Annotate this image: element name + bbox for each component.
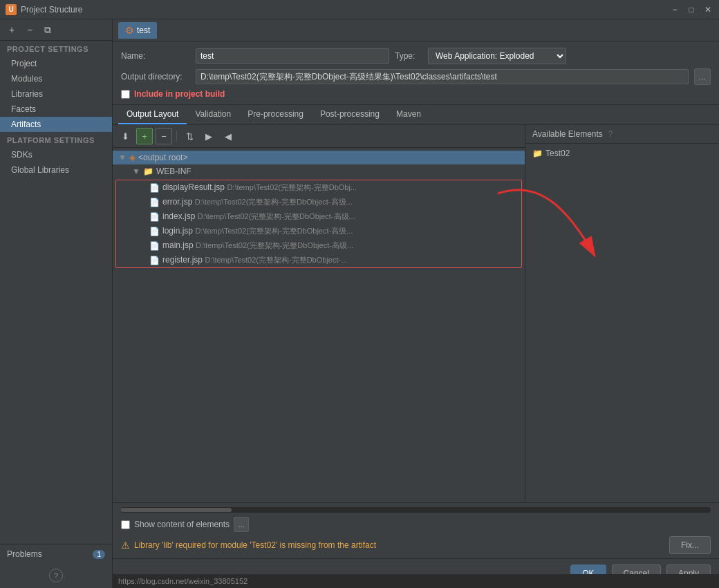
tab-output-layout[interactable]: Output Layout (118, 105, 187, 124)
title-bar-controls: − □ ✕ (669, 4, 713, 15)
fix-button[interactable]: Fix... (669, 536, 711, 554)
element-item-label: Test02 (545, 149, 570, 158)
type-select[interactable]: Web Application: Exploded (428, 48, 566, 64)
tree-item-register[interactable]: 📄 register.jsp D:\temp\Test02(完整架构-完整DbO… (116, 253, 521, 267)
tree-item-main[interactable]: 📄 main.jsp D:\temp\Test02(完整架构-完整DbObjec… (116, 238, 521, 253)
tabs-bar: Output Layout Validation Pre-processing … (113, 105, 719, 125)
artifact-header: ⚙ test (113, 19, 719, 42)
sidebar-remove-button[interactable]: − (22, 22, 37, 37)
include-row: Include in project build (121, 89, 711, 99)
scrollbar-area (121, 507, 711, 513)
show-content-more-button[interactable]: ... (234, 517, 249, 532)
include-checkbox[interactable] (121, 90, 130, 99)
sidebar-item-label: Modules (11, 74, 42, 84)
close-button[interactable]: ✕ (702, 4, 713, 15)
elements-header-label: Available Elements (532, 129, 603, 139)
output-tree[interactable]: ▼ ◈ <output root> ▼ 📁 WEB-INF (113, 148, 525, 502)
sidebar-copy-button[interactable]: ⧉ (40, 22, 55, 37)
sidebar-item-label: Libraries (11, 89, 43, 99)
tree-item-label: <output root> (138, 153, 519, 162)
tree-item-label: error.jsp D:\temp\Test02(完整架构-完整DbObject… (162, 197, 516, 207)
elements-help-icon[interactable]: ? (608, 129, 613, 139)
platform-settings-header: Platform Settings (0, 132, 112, 147)
sidebar-item-artifacts[interactable]: Artifacts (0, 117, 112, 132)
show-content-label: Show content of elements (134, 520, 230, 529)
config-area: Name: Type: Web Application: Exploded Ou… (113, 42, 719, 105)
file-icon: 📄 (149, 212, 160, 222)
help-button[interactable]: ? (49, 569, 63, 582)
warning-row: ⚠ Library 'lib' required for module 'Tes… (121, 540, 376, 551)
sidebar-item-libraries[interactable]: Libraries (0, 86, 112, 102)
warning-icon: ⚠ (121, 540, 130, 551)
tree-item-label: displayResult.jsp D:\temp\Test02(完整架构-完整… (162, 182, 516, 193)
artifact-tab[interactable]: ⚙ test (118, 22, 157, 39)
url-text: https://blog.csdn.net/weixin_33805152 (118, 577, 248, 585)
tree-item-displayresult[interactable]: 📄 displayResult.jsp D:\temp\Test02(完整架构-… (116, 180, 521, 195)
tab-maven[interactable]: Maven (388, 105, 429, 124)
minimize-button[interactable]: − (669, 4, 680, 15)
remove-button[interactable]: − (156, 128, 172, 144)
file-icon: 📄 (149, 183, 160, 193)
tab-validation[interactable]: Validation (187, 105, 239, 124)
sidebar-item-global-libraries[interactable]: Global Libraries (0, 162, 112, 178)
title-bar: U Project Structure − □ ✕ (0, 0, 719, 19)
tree-arrow: ▼ (118, 153, 127, 162)
sidebar-add-button[interactable]: + (4, 22, 19, 37)
sidebar-item-modules[interactable]: Modules (0, 71, 112, 86)
problems-label: Problems (7, 549, 42, 559)
elements-panel: Available Elements ? 📁 Test02 (525, 125, 719, 502)
tree-item-web-inf[interactable]: ▼ 📁 WEB-INF (113, 164, 525, 178)
warning-text: Library 'lib' required for module 'Test0… (134, 540, 376, 550)
file-icon: 📄 (149, 256, 160, 265)
tree-item-label: register.jsp D:\temp\Test02(完整架构-完整DbObj… (162, 255, 516, 265)
title-text: Project Structure (21, 5, 82, 15)
sidebar-item-label: SDKs (11, 150, 32, 160)
bottom-area: Show content of elements ... ⚠ Library '… (113, 502, 719, 558)
tab-pre-processing[interactable]: Pre-processing (239, 105, 312, 124)
output-root-icon: ◈ (129, 153, 136, 162)
title-bar-left: U Project Structure (6, 4, 82, 15)
sidebar-bottom: Problems 1 ? (0, 544, 112, 588)
tree-item-error[interactable]: 📄 error.jsp D:\temp\Test02(完整架构-完整DbObje… (116, 195, 521, 209)
tree-item-output-root[interactable]: ▼ ◈ <output root> (113, 151, 525, 164)
sidebar-item-project[interactable]: Project (0, 56, 112, 71)
tab-post-processing[interactable]: Post-processing (312, 105, 388, 124)
tree-item-label: main.jsp D:\temp\Test02(完整架构-完整DbObject-… (162, 240, 516, 251)
output-dir-browse-button[interactable]: … (694, 68, 711, 85)
expand-button[interactable]: ▶ (200, 128, 217, 144)
type-label: Type: (395, 51, 422, 61)
sidebar-item-label: Facets (11, 104, 36, 114)
artifact-body: ⬇ + − ⇅ ▶ ◀ ▼ ◈ <output root> (113, 125, 719, 558)
scrollbar-thumb[interactable] (121, 508, 232, 512)
element-item-test02[interactable]: 📁 Test02 (528, 146, 716, 160)
add-button[interactable]: + (136, 128, 153, 144)
show-content-checkbox[interactable] (121, 520, 130, 529)
elements-content: 📁 Test02 (525, 144, 719, 502)
artifact-tab-label: test (137, 26, 150, 35)
move-into-button[interactable]: ⬇ (117, 128, 133, 144)
tree-item-label: index.jsp D:\temp\Test02(完整架构-完整DbObject… (162, 211, 516, 222)
sidebar-item-facets[interactable]: Facets (0, 102, 112, 117)
tree-item-login[interactable]: 📄 login.jsp D:\temp\Test02(完整架构-完整DbObje… (116, 224, 521, 238)
sort-button[interactable]: ⇅ (181, 128, 198, 144)
main-container: + − ⧉ Project Settings Project Modules L… (0, 19, 719, 588)
folder-icon: 📁 (532, 149, 543, 158)
sidebar-help: ? (0, 563, 112, 588)
name-input[interactable] (196, 48, 389, 64)
problems-badge: 1 (93, 550, 105, 559)
file-icon: 📄 (149, 241, 160, 251)
url-bar: https://blog.csdn.net/weixin_33805152 (113, 574, 719, 588)
sidebar-problems[interactable]: Problems 1 (0, 545, 112, 563)
maximize-button[interactable]: □ (686, 4, 697, 15)
tree-item-index[interactable]: 📄 index.jsp D:\temp\Test02(完整架构-完整DbObje… (116, 209, 521, 224)
collapse-button[interactable]: ◀ (220, 128, 236, 144)
app-icon: U (6, 4, 17, 15)
file-icon: 📄 (149, 227, 160, 236)
sidebar-item-sdks[interactable]: SDKs (0, 147, 112, 162)
content-area: ⚙ test Name: Type: Web Application: Expl… (113, 19, 719, 588)
output-dir-row: Output directory: … (121, 68, 711, 85)
file-icon: 📄 (149, 198, 160, 207)
output-dir-label: Output directory: (121, 72, 190, 82)
output-dir-input[interactable] (196, 69, 689, 84)
output-toolbar: ⬇ + − ⇅ ▶ ◀ (113, 125, 525, 148)
